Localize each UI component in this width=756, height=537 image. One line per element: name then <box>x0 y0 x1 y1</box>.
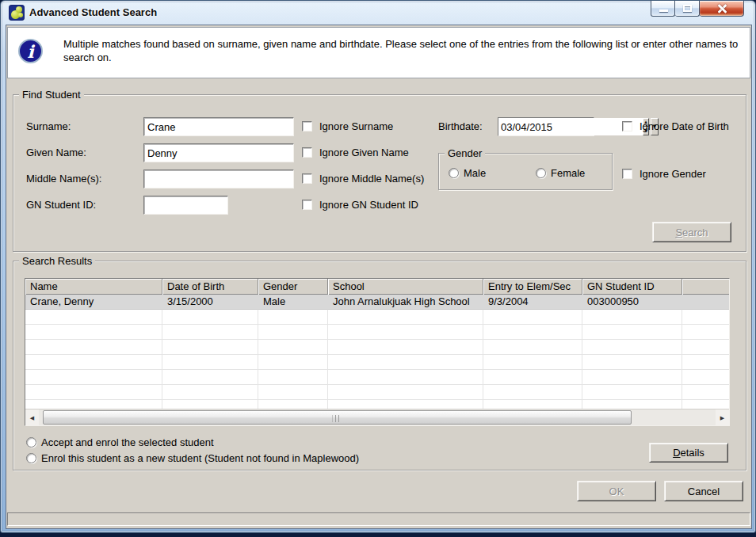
grip-icon <box>333 415 342 422</box>
column-header-school[interactable]: School <box>328 279 483 295</box>
ignore-gn-student-id-label: Ignore GN Student ID <box>319 196 418 215</box>
close-icon <box>717 4 727 13</box>
gender-male-radio[interactable] <box>449 168 459 178</box>
surname-label: Surname: <box>26 117 71 136</box>
results-table-body: Crane, Denny 3/15/2000 Male John Arnaluk… <box>25 295 729 409</box>
results-table: Name Date of Birth Gender School Entry t… <box>25 278 730 426</box>
minimize-button[interactable] <box>651 1 675 17</box>
maximize-icon <box>683 5 692 12</box>
ignore-surname-label: Ignore Surname <box>319 117 393 136</box>
scrollbar-thumb[interactable] <box>43 410 632 425</box>
table-row-empty <box>25 310 729 325</box>
ignore-given-name-label: Ignore Given Name <box>319 143 409 162</box>
enrol-new-student-label: Enrol this student as a new student (Stu… <box>41 452 359 464</box>
given-name-input[interactable] <box>143 143 294 162</box>
info-icon: i <box>18 39 43 63</box>
gn-student-id-label: GN Student ID: <box>26 196 96 215</box>
surname-input[interactable] <box>143 117 294 136</box>
table-row-empty <box>25 370 729 385</box>
table-row-empty <box>25 400 729 409</box>
column-header-entry[interactable]: Entry to Elem/Sec <box>483 279 582 295</box>
table-row-empty <box>25 385 729 400</box>
titlebar[interactable]: Advanced Student Search <box>1 1 756 25</box>
details-button[interactable]: Details <box>649 443 728 463</box>
ignore-gn-student-id-checkbox[interactable] <box>302 200 312 210</box>
gender-legend: Gender <box>445 147 485 159</box>
gender-male-label: Male <box>464 167 486 179</box>
table-row-selected[interactable]: Crane, Denny 3/15/2000 Male John Arnaluk… <box>25 295 729 310</box>
birthdate-label: Birthdate: <box>438 117 483 136</box>
search-results-group: Search Results Name Date of Birth Gender… <box>13 261 746 470</box>
status-bar <box>7 512 750 526</box>
cancel-button[interactable]: Cancel <box>664 481 743 501</box>
ignore-birthdate-label: Ignore Date of Birth <box>640 117 729 136</box>
scroll-right-button[interactable]: ▶ <box>716 409 729 425</box>
column-header-gender[interactable]: Gender <box>258 279 328 295</box>
window-title: Advanced Student Search <box>29 1 157 25</box>
column-header-gn-student-id[interactable]: GN Student ID <box>582 279 682 295</box>
table-row-empty <box>25 340 729 355</box>
search-results-legend: Search Results <box>19 255 95 267</box>
birthdate-combo: ▲ ▼ ▼ <box>498 117 594 136</box>
given-name-label: Given Name: <box>26 143 86 162</box>
table-row-empty <box>25 325 729 340</box>
minimize-icon <box>659 10 668 12</box>
ignore-middle-names-label: Ignore Middle Name(s) <box>319 169 424 189</box>
gender-female-label: Female <box>551 167 585 179</box>
ignore-gender-checkbox[interactable] <box>622 169 632 179</box>
close-button[interactable] <box>700 1 744 17</box>
column-header-name[interactable]: Name <box>25 279 162 295</box>
ignore-birthdate-checkbox[interactable] <box>622 121 632 131</box>
ok-button: OK <box>577 481 656 501</box>
gender-group: Gender Male Female <box>438 153 613 190</box>
birthdate-input[interactable] <box>498 118 643 135</box>
ignore-given-name-checkbox[interactable] <box>302 147 312 158</box>
info-message: Multiple matches found based on surname,… <box>63 37 743 64</box>
gender-female-radio[interactable] <box>536 168 546 178</box>
scroll-right-icon: ▶ <box>720 415 724 421</box>
dialog-client-area: i Multiple matches found based on surnam… <box>6 25 752 529</box>
ignore-middle-names-checkbox[interactable] <box>302 173 312 184</box>
dialog-window: Advanced Student Search i Multiple match… <box>0 0 756 533</box>
accept-enrol-radio[interactable] <box>26 437 36 448</box>
scrollbar-track[interactable] <box>39 409 716 425</box>
scroll-left-button[interactable]: ◀ <box>25 409 39 425</box>
gn-student-id-input[interactable] <box>143 196 228 215</box>
column-header-date-of-birth[interactable]: Date of Birth <box>162 279 258 295</box>
app-icon <box>9 5 25 21</box>
scroll-left-icon: ◀ <box>30 415 34 421</box>
info-banner: i Multiple matches found based on surnam… <box>7 27 750 78</box>
window-controls <box>651 1 744 17</box>
column-header-spacer <box>682 279 729 295</box>
middle-names-input[interactable] <box>143 169 294 189</box>
middle-names-label: Middle Name(s): <box>26 169 101 189</box>
search-button: Search <box>652 222 731 242</box>
table-row-empty <box>25 355 729 370</box>
enrol-new-student-radio[interactable] <box>26 453 36 463</box>
ignore-surname-checkbox[interactable] <box>302 121 312 131</box>
horizontal-scrollbar[interactable]: ◀ ▶ <box>25 409 729 425</box>
accept-enrol-label: Accept and enrol the selected student <box>41 436 214 448</box>
find-student-legend: Find Student <box>19 89 84 101</box>
results-table-header: Name Date of Birth Gender School Entry t… <box>25 279 729 295</box>
ignore-gender-label: Ignore Gender <box>640 165 706 184</box>
find-student-group: Find Student Surname: Ignore Surname Giv… <box>13 94 746 252</box>
maximize-button[interactable] <box>675 1 700 17</box>
